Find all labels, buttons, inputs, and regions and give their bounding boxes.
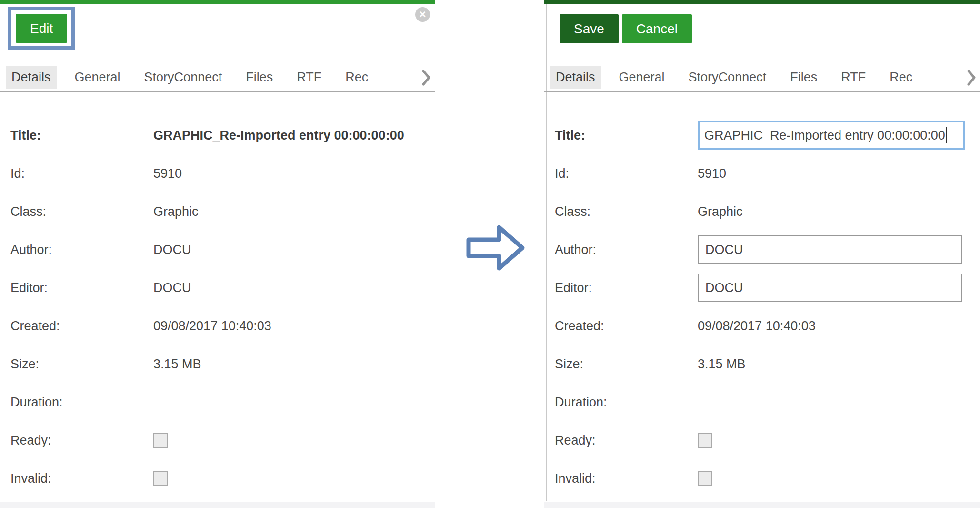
details-fields: Title:GRAPHIC_Re-Imported entry 00:00:00… [544,92,980,498]
author-input[interactable]: DOCU [698,235,962,264]
tab-files[interactable]: Files [240,66,279,89]
field-row-class: Class:Graphic [555,193,980,231]
close-icon: ✕ [419,9,427,20]
field-row-editor: Editor:DOCU [555,269,980,307]
editor-value: DOCU [153,281,191,295]
tab-bar: DetailsGeneralStoryConnectFilesRTFRec [0,63,435,92]
class-label: Class: [10,204,153,219]
edit-mode-actions: Save Cancel [560,14,692,43]
duration-label: Duration: [555,395,698,410]
created-value: 09/08/2017 10:40:03 [153,319,271,334]
panel-top-accent-bar [544,0,980,4]
field-row-editor: Editor:DOCU [10,269,435,307]
title-value: GRAPHIC_Re-Imported entry 00:00:00:00 [153,128,404,143]
field-row-created: Created:09/08/2017 10:40:03 [10,307,435,345]
tab-rtf[interactable]: RTF [291,66,327,89]
field-row-created: Created:09/08/2017 10:40:03 [555,307,980,345]
more-tabs-chevron-icon[interactable] [967,69,977,86]
tab-bar: DetailsGeneralStoryConnectFilesRTFRec [544,63,980,92]
tab-rec[interactable]: Rec [340,66,374,89]
close-button[interactable]: ✕ [415,7,430,22]
text-caret [946,127,947,143]
edit-button-highlight-annotation: Edit [8,7,75,50]
field-row-author: Author:DOCU [10,231,435,269]
class-value: Graphic [153,204,199,219]
editor-input[interactable]: DOCU [698,274,962,302]
created-label: Created: [555,319,698,334]
id-value: 5910 [153,166,182,181]
field-row-duration: Duration: [555,383,980,421]
author-label: Author: [555,243,698,257]
save-button[interactable]: Save [560,14,619,43]
invalid-label: Invalid: [555,471,698,486]
size-label: Size: [555,357,698,372]
size-label: Size: [10,357,153,372]
invalid-checkbox[interactable] [698,471,712,486]
transition-arrow-icon [466,224,526,272]
edit-mode-panel: Save Cancel DetailsGeneralStoryConnectFi… [544,0,980,508]
class-label: Class: [555,204,698,219]
class-value: Graphic [698,204,743,219]
tab-general[interactable]: General [69,66,126,89]
edit-button[interactable]: Edit [16,14,67,43]
ready-checkbox[interactable] [153,433,168,448]
field-row-id: Id:5910 [555,154,980,193]
tab-storyconnect[interactable]: StoryConnect [139,66,228,89]
created-label: Created: [10,319,153,334]
tab-list: DetailsGeneralStoryConnectFilesRTFRec [6,66,421,89]
field-row-title: Title:GRAPHIC_Re-Imported entry 00:00:00… [10,116,435,154]
field-row-id: Id:5910 [10,154,435,193]
tab-rtf[interactable]: RTF [835,66,871,89]
bottom-scrollbar-track[interactable] [0,502,435,508]
size-value: 3.15 MB [153,357,201,372]
id-label: Id: [10,166,153,181]
bottom-scrollbar-track[interactable] [544,502,980,508]
view-mode-panel: Edit ✕ DetailsGeneralStoryConnectFilesRT… [0,0,435,508]
tab-storyconnect[interactable]: StoryConnect [683,66,772,89]
editor-label: Editor: [10,281,153,295]
duration-label: Duration: [10,395,153,410]
id-label: Id: [555,166,698,181]
field-row-invalid: Invalid: [555,459,980,498]
details-fields: Title:GRAPHIC_Re-Imported entry 00:00:00… [0,92,435,498]
more-tabs-chevron-icon[interactable] [421,69,432,86]
field-row-ready: Ready: [555,421,980,459]
field-row-duration: Duration: [10,383,435,421]
title-label: Title: [555,128,698,143]
author-label: Author: [10,243,153,257]
tab-details[interactable]: Details [550,66,601,89]
field-row-invalid: Invalid: [10,459,435,498]
tab-details[interactable]: Details [6,66,57,89]
field-row-ready: Ready: [10,421,435,459]
ready-label: Ready: [10,433,153,448]
ready-label: Ready: [555,433,698,448]
tab-list: DetailsGeneralStoryConnectFilesRTFRec [550,66,967,89]
invalid-label: Invalid: [10,471,153,486]
panel-top-accent-bar [0,0,435,4]
editor-label: Editor: [555,281,698,295]
field-row-size: Size:3.15 MB [555,345,980,383]
tab-rec[interactable]: Rec [884,66,918,89]
id-value: 5910 [698,166,726,181]
size-value: 3.15 MB [698,357,746,372]
cancel-button[interactable]: Cancel [622,14,692,43]
ready-checkbox[interactable] [698,433,712,448]
field-row-title: Title:GRAPHIC_Re-Imported entry 00:00:00… [555,116,980,154]
invalid-checkbox[interactable] [153,471,168,486]
field-row-size: Size:3.15 MB [10,345,435,383]
author-value: DOCU [153,243,191,257]
title-label: Title: [10,128,153,143]
field-row-author: Author:DOCU [555,231,980,269]
title-input[interactable]: GRAPHIC_Re-Imported entry 00:00:00:00 [698,121,965,150]
field-row-class: Class:Graphic [10,193,435,231]
created-value: 09/08/2017 10:40:03 [698,319,816,334]
tab-general[interactable]: General [613,66,670,89]
tab-files[interactable]: Files [784,66,823,89]
